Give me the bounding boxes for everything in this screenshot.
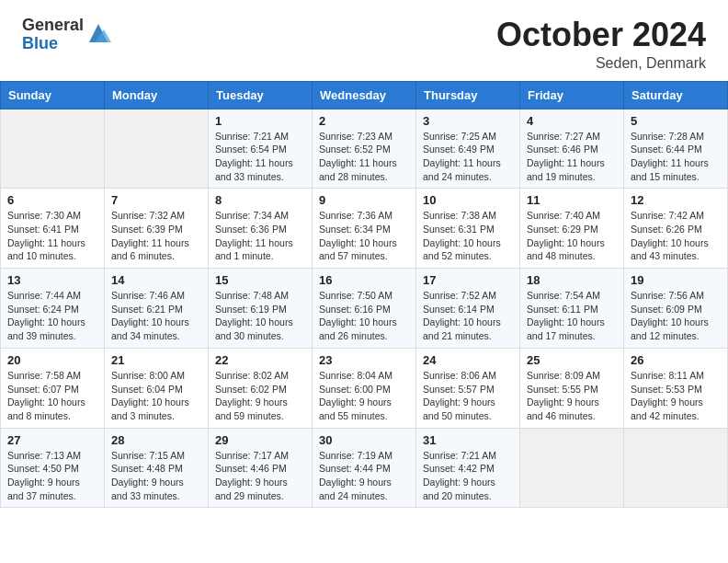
day-number: 11 [527, 193, 617, 207]
day-number: 14 [111, 273, 201, 287]
day-number: 24 [423, 353, 513, 367]
day-number: 4 [527, 114, 617, 128]
day-number: 31 [423, 433, 513, 447]
calendar-cell: 30Sunrise: 7:19 AMSunset: 4:44 PMDayligh… [313, 428, 416, 508]
day-number: 25 [527, 353, 617, 367]
day-number: 23 [319, 353, 409, 367]
calendar-cell: 16Sunrise: 7:50 AMSunset: 6:16 PMDayligh… [313, 269, 416, 349]
day-number: 12 [631, 193, 721, 207]
calendar-cell: 27Sunrise: 7:13 AMSunset: 4:50 PMDayligh… [1, 428, 105, 508]
day-info: Sunrise: 7:56 AMSunset: 6:09 PMDaylight:… [631, 289, 721, 343]
day-info: Sunrise: 8:11 AMSunset: 5:53 PMDaylight:… [631, 369, 721, 423]
day-info: Sunrise: 7:17 AMSunset: 4:46 PMDaylight:… [215, 449, 305, 503]
calendar-cell: 23Sunrise: 8:04 AMSunset: 6:00 PMDayligh… [313, 348, 416, 428]
calendar-cell: 2Sunrise: 7:23 AMSunset: 6:52 PMDaylight… [313, 109, 416, 189]
day-info: Sunrise: 7:19 AMSunset: 4:44 PMDaylight:… [319, 449, 409, 503]
day-number: 3 [423, 114, 513, 128]
header: General Blue October 2024 Seden, Denmark [0, 0, 728, 81]
calendar-cell: 25Sunrise: 8:09 AMSunset: 5:55 PMDayligh… [520, 348, 624, 428]
calendar-cell: 22Sunrise: 8:02 AMSunset: 6:02 PMDayligh… [209, 348, 313, 428]
calendar-cell: 11Sunrise: 7:40 AMSunset: 6:29 PMDayligh… [520, 189, 624, 269]
day-info: Sunrise: 7:32 AMSunset: 6:39 PMDaylight:… [111, 209, 201, 263]
day-info: Sunrise: 7:58 AMSunset: 6:07 PMDaylight:… [7, 369, 97, 423]
calendar-cell: 15Sunrise: 7:48 AMSunset: 6:19 PMDayligh… [209, 269, 313, 349]
week-row-0: 1Sunrise: 7:21 AMSunset: 6:54 PMDaylight… [1, 109, 728, 189]
calendar-cell [1, 109, 105, 189]
col-header-wednesday: Wednesday [313, 81, 416, 109]
day-info: Sunrise: 7:52 AMSunset: 6:14 PMDaylight:… [423, 289, 513, 343]
day-info: Sunrise: 7:28 AMSunset: 6:44 PMDaylight:… [631, 130, 721, 184]
calendar-cell: 26Sunrise: 8:11 AMSunset: 5:53 PMDayligh… [624, 348, 728, 428]
calendar-cell: 4Sunrise: 7:27 AMSunset: 6:46 PMDaylight… [520, 109, 624, 189]
day-info: Sunrise: 8:00 AMSunset: 6:04 PMDaylight:… [111, 369, 201, 423]
day-number: 10 [423, 193, 513, 207]
day-number: 2 [319, 114, 409, 128]
day-number: 29 [215, 433, 305, 447]
col-header-tuesday: Tuesday [209, 81, 313, 109]
calendar-cell: 19Sunrise: 7:56 AMSunset: 6:09 PMDayligh… [624, 269, 728, 349]
day-number: 13 [7, 273, 97, 287]
logo: General Blue [22, 17, 111, 53]
day-number: 6 [7, 193, 97, 207]
day-number: 5 [631, 114, 721, 128]
day-info: Sunrise: 7:21 AMSunset: 6:54 PMDaylight:… [215, 130, 305, 184]
day-info: Sunrise: 7:40 AMSunset: 6:29 PMDaylight:… [527, 209, 617, 263]
calendar-cell: 12Sunrise: 7:42 AMSunset: 6:26 PMDayligh… [624, 189, 728, 269]
location: Seden, Denmark [496, 55, 706, 72]
calendar-cell: 20Sunrise: 7:58 AMSunset: 6:07 PMDayligh… [1, 348, 105, 428]
day-info: Sunrise: 7:13 AMSunset: 4:50 PMDaylight:… [7, 449, 97, 503]
day-info: Sunrise: 7:46 AMSunset: 6:21 PMDaylight:… [111, 289, 201, 343]
day-number: 9 [319, 193, 409, 207]
calendar-header-row: SundayMondayTuesdayWednesdayThursdayFrid… [1, 81, 728, 109]
calendar-cell: 24Sunrise: 8:06 AMSunset: 5:57 PMDayligh… [416, 348, 520, 428]
day-info: Sunrise: 7:42 AMSunset: 6:26 PMDaylight:… [631, 209, 721, 263]
calendar-cell: 18Sunrise: 7:54 AMSunset: 6:11 PMDayligh… [520, 269, 624, 349]
day-number: 16 [319, 273, 409, 287]
day-number: 30 [319, 433, 409, 447]
week-row-1: 6Sunrise: 7:30 AMSunset: 6:41 PMDaylight… [1, 189, 728, 269]
calendar-cell: 7Sunrise: 7:32 AMSunset: 6:39 PMDaylight… [105, 189, 209, 269]
calendar-cell [105, 109, 209, 189]
calendar-cell: 14Sunrise: 7:46 AMSunset: 6:21 PMDayligh… [105, 269, 209, 349]
day-info: Sunrise: 8:04 AMSunset: 6:00 PMDaylight:… [319, 369, 409, 423]
calendar-cell [520, 428, 624, 508]
day-info: Sunrise: 7:36 AMSunset: 6:34 PMDaylight:… [319, 209, 409, 263]
calendar-cell: 17Sunrise: 7:52 AMSunset: 6:14 PMDayligh… [416, 269, 520, 349]
day-number: 28 [111, 433, 201, 447]
page: General Blue October 2024 Seden, Denmark… [0, 0, 728, 508]
title-area: October 2024 Seden, Denmark [496, 17, 706, 72]
col-header-friday: Friday [520, 81, 624, 109]
calendar-table: SundayMondayTuesdayWednesdayThursdayFrid… [0, 81, 728, 509]
day-info: Sunrise: 7:15 AMSunset: 4:48 PMDaylight:… [111, 449, 201, 503]
calendar-cell: 1Sunrise: 7:21 AMSunset: 6:54 PMDaylight… [209, 109, 313, 189]
logo-icon [85, 20, 111, 46]
day-number: 8 [215, 193, 305, 207]
logo-general-text: General [22, 16, 84, 34]
day-number: 17 [423, 273, 513, 287]
day-number: 27 [7, 433, 97, 447]
col-header-saturday: Saturday [624, 81, 728, 109]
calendar-cell: 28Sunrise: 7:15 AMSunset: 4:48 PMDayligh… [105, 428, 209, 508]
col-header-thursday: Thursday [416, 81, 520, 109]
week-row-4: 27Sunrise: 7:13 AMSunset: 4:50 PMDayligh… [1, 428, 728, 508]
day-info: Sunrise: 7:54 AMSunset: 6:11 PMDaylight:… [527, 289, 617, 343]
day-number: 15 [215, 273, 305, 287]
logo-blue-text: Blue [22, 34, 58, 52]
day-info: Sunrise: 7:34 AMSunset: 6:36 PMDaylight:… [215, 209, 305, 263]
day-number: 26 [631, 353, 721, 367]
day-number: 1 [215, 114, 305, 128]
day-info: Sunrise: 8:02 AMSunset: 6:02 PMDaylight:… [215, 369, 305, 423]
day-number: 19 [631, 273, 721, 287]
calendar-cell: 10Sunrise: 7:38 AMSunset: 6:31 PMDayligh… [416, 189, 520, 269]
calendar-cell: 13Sunrise: 7:44 AMSunset: 6:24 PMDayligh… [1, 269, 105, 349]
calendar-cell: 9Sunrise: 7:36 AMSunset: 6:34 PMDaylight… [313, 189, 416, 269]
week-row-3: 20Sunrise: 7:58 AMSunset: 6:07 PMDayligh… [1, 348, 728, 428]
day-info: Sunrise: 7:21 AMSunset: 4:42 PMDaylight:… [423, 449, 513, 503]
day-info: Sunrise: 7:23 AMSunset: 6:52 PMDaylight:… [319, 130, 409, 184]
day-info: Sunrise: 7:27 AMSunset: 6:46 PMDaylight:… [527, 130, 617, 184]
week-row-2: 13Sunrise: 7:44 AMSunset: 6:24 PMDayligh… [1, 269, 728, 349]
day-info: Sunrise: 7:48 AMSunset: 6:19 PMDaylight:… [215, 289, 305, 343]
day-info: Sunrise: 7:25 AMSunset: 6:49 PMDaylight:… [423, 130, 513, 184]
calendar-cell: 6Sunrise: 7:30 AMSunset: 6:41 PMDaylight… [1, 189, 105, 269]
day-info: Sunrise: 7:38 AMSunset: 6:31 PMDaylight:… [423, 209, 513, 263]
